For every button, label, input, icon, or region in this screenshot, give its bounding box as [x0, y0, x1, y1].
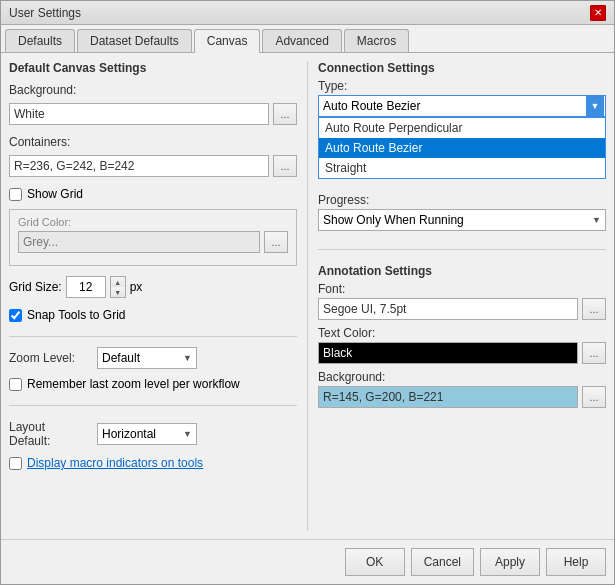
font-input[interactable]	[318, 298, 578, 320]
layout-default-value: Horizontal	[102, 427, 156, 441]
layout-default-arrow-icon: ▼	[183, 429, 192, 439]
annotation-bg-dots-button[interactable]: ...	[582, 386, 606, 408]
ok-button[interactable]: OK	[345, 548, 405, 576]
grid-size-down-button[interactable]: ▼	[111, 287, 125, 297]
text-color-dots-button[interactable]: ...	[582, 342, 606, 364]
divider-2	[9, 405, 297, 406]
divider-1	[9, 336, 297, 337]
progress-label: Progress:	[318, 193, 606, 207]
tab-defaults[interactable]: Defaults	[5, 29, 75, 52]
remember-zoom-row: Remember last zoom level per workflow	[9, 377, 297, 391]
left-panel: Default Canvas Settings Background: ... …	[9, 61, 297, 531]
font-row: ...	[318, 298, 606, 320]
dropdown-item-bezier[interactable]: Auto Route Bezier	[319, 138, 605, 158]
right-divider	[318, 249, 606, 250]
grid-color-input[interactable]	[18, 231, 260, 253]
zoom-level-value: Default	[102, 351, 140, 365]
grid-size-label: Grid Size:	[9, 280, 62, 294]
content-area: Default Canvas Settings Background: ... …	[1, 53, 614, 539]
progress-arrow-icon: ▼	[592, 215, 601, 225]
snap-tools-checkbox[interactable]	[9, 309, 22, 322]
text-color-input[interactable]	[318, 342, 578, 364]
display-macro-row: Display macro indicators on tools	[9, 456, 297, 470]
tab-canvas[interactable]: Canvas	[194, 29, 261, 53]
show-grid-checkbox[interactable]	[9, 188, 22, 201]
display-macro-label[interactable]: Display macro indicators on tools	[27, 456, 203, 470]
grid-size-unit: px	[130, 280, 143, 294]
snap-tools-label: Snap Tools to Grid	[27, 308, 126, 322]
containers-row: ...	[9, 155, 297, 177]
tab-bar: Defaults Dataset Defaults Canvas Advance…	[1, 25, 614, 53]
background-row: ...	[9, 103, 297, 125]
progress-select[interactable]: Show Only When Running ▼	[318, 209, 606, 231]
type-dropdown-arrow-icon: ▼	[586, 96, 604, 116]
user-settings-window: User Settings ✕ Defaults Dataset Default…	[0, 0, 615, 585]
font-dots-button[interactable]: ...	[582, 298, 606, 320]
display-macro-checkbox[interactable]	[9, 457, 22, 470]
grid-size-row: Grid Size: ▲ ▼ px	[9, 276, 297, 298]
help-button[interactable]: Help	[546, 548, 606, 576]
type-dropdown-header[interactable]: Auto Route Bezier ▼	[318, 95, 606, 117]
background-label: Background:	[9, 83, 297, 97]
remember-zoom-label: Remember last zoom level per workflow	[27, 377, 240, 391]
snap-tools-row: Snap Tools to Grid	[9, 308, 297, 322]
zoom-level-select[interactable]: Default ▼	[97, 347, 197, 369]
annotation-section: Annotation Settings Font: ... Text Color…	[318, 264, 606, 414]
cancel-button[interactable]: Cancel	[411, 548, 474, 576]
type-dropdown-value: Auto Route Bezier	[323, 99, 420, 113]
connection-title: Connection Settings	[318, 61, 606, 75]
grid-size-up-button[interactable]: ▲	[111, 277, 125, 287]
background-dots-button[interactable]: ...	[273, 103, 297, 125]
dropdown-item-perpendicular[interactable]: Auto Route Perpendicular	[319, 118, 605, 138]
font-label: Font:	[318, 282, 606, 296]
grid-color-section: Grid Color: ...	[9, 209, 297, 266]
containers-input[interactable]	[9, 155, 269, 177]
window-title: User Settings	[9, 6, 81, 20]
layout-default-select[interactable]: Horizontal ▼	[97, 423, 197, 445]
close-button[interactable]: ✕	[590, 5, 606, 21]
annotation-bg-row: ...	[318, 386, 606, 408]
type-dropdown-list: Auto Route Perpendicular Auto Route Bezi…	[318, 117, 606, 179]
zoom-level-row: Zoom Level: Default ▼	[9, 347, 297, 369]
zoom-level-arrow-icon: ▼	[183, 353, 192, 363]
text-color-label: Text Color:	[318, 326, 606, 340]
background-input[interactable]	[9, 103, 269, 125]
remember-zoom-checkbox[interactable]	[9, 378, 22, 391]
layout-default-label: Layout Default:	[9, 420, 89, 448]
annotation-bg-input[interactable]	[318, 386, 578, 408]
progress-value: Show Only When Running	[323, 213, 464, 227]
grid-color-row: ...	[18, 231, 288, 253]
progress-section: Progress: Show Only When Running ▼	[318, 193, 606, 231]
grid-size-spinner: ▲ ▼	[110, 276, 126, 298]
containers-dots-button[interactable]: ...	[273, 155, 297, 177]
annotation-bg-label: Background:	[318, 370, 606, 384]
apply-button[interactable]: Apply	[480, 548, 540, 576]
tab-dataset-defaults[interactable]: Dataset Defaults	[77, 29, 192, 52]
grid-color-label: Grid Color:	[18, 216, 288, 228]
grid-color-dots-button[interactable]: ...	[264, 231, 288, 253]
tab-advanced[interactable]: Advanced	[262, 29, 341, 52]
grid-size-input[interactable]	[66, 276, 106, 298]
layout-default-row: Layout Default: Horizontal ▼	[9, 420, 297, 448]
text-color-row: ...	[318, 342, 606, 364]
type-dropdown-container: Auto Route Bezier ▼ Auto Route Perpendic…	[318, 95, 606, 117]
panel-divider	[307, 61, 308, 531]
tab-macros[interactable]: Macros	[344, 29, 409, 52]
title-bar: User Settings ✕	[1, 1, 614, 25]
bottom-bar: OK Cancel Apply Help	[1, 539, 614, 584]
connection-section: Connection Settings Type: Auto Route Bez…	[318, 61, 606, 121]
containers-label: Containers:	[9, 135, 297, 149]
dropdown-item-straight[interactable]: Straight	[319, 158, 605, 178]
show-grid-row: Show Grid	[9, 187, 297, 201]
annotation-title: Annotation Settings	[318, 264, 606, 278]
default-canvas-title: Default Canvas Settings	[9, 61, 297, 75]
right-panel: Connection Settings Type: Auto Route Bez…	[318, 61, 606, 531]
type-label: Type:	[318, 79, 606, 93]
show-grid-label: Show Grid	[27, 187, 83, 201]
zoom-level-label: Zoom Level:	[9, 351, 89, 365]
